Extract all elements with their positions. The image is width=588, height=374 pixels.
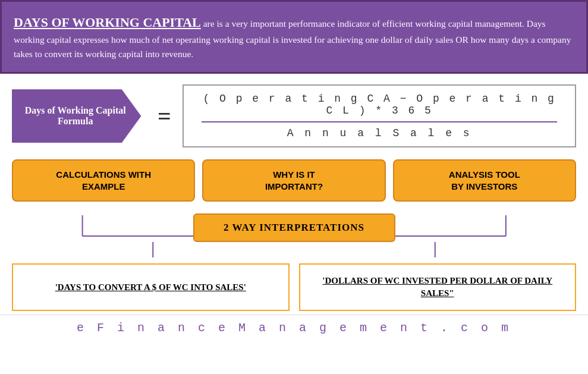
analysis-tool-button[interactable]: ANALYSIS TOOL BY INVESTORS [393,159,576,202]
action-buttons-row: CALCULATIONS WITH EXAMPLE WHY IS IT IMPO… [0,153,588,208]
interpretation-box-1: 'DAYS TO CONVERT A $ OF WC INTO SALES' [12,263,290,311]
equals-sign: = [155,102,173,130]
top-banner: DAYS OF WORKING CAPITAL are is a very im… [0,0,588,74]
formula-fraction: ( O p e r a t i n g C A − O p e r a t i … [183,84,576,147]
interpretations-main-btn[interactable]: 2 WAY INTERPRETATIONS [193,213,395,242]
formula-label-text: Days of Working Capital Formula [23,105,128,127]
interpretation-boxes-row: 'DAYS TO CONVERT A $ OF WC INTO SALES' '… [12,263,576,311]
why-important-button[interactable]: WHY IS IT IMPORTANT? [202,159,385,202]
fraction-divider [202,121,557,122]
formula-label: Days of Working Capital Formula [12,89,141,143]
interpretation-box-2: 'DOLLARS OF WC INVESTED PER DOLLAR OF DA… [299,263,577,311]
down-arrows-svg [12,242,576,263]
interpretations-section: 2 WAY INTERPRETATIONS 'DAYS TO CONVERT A… [0,208,588,315]
fraction-denominator: A n n u a l S a l e s [287,127,472,139]
calculations-button[interactable]: CALCULATIONS WITH EXAMPLE [12,159,195,202]
banner-title: DAYS OF WORKING CAPITAL [14,15,201,30]
fraction-numerator: ( O p e r a t i n g C A − O p e r a t i … [202,93,557,117]
down-arrows [12,242,576,263]
interpretation-2-text: 'DOLLARS OF WC INVESTED PER DOLLAR OF DA… [311,275,565,300]
footer: e F i n a n c e M a n a g e m e n t . c … [0,315,588,340]
interpretations-label: 2 WAY INTERPRETATIONS [224,222,364,233]
interpretation-1-text: 'DAYS TO CONVERT A $ OF WC INTO SALES' [55,281,246,294]
formula-section: Days of Working Capital Formula = ( O p … [0,74,588,153]
footer-text: e F i n a n c e M a n a g e m e n t . c … [77,321,511,335]
